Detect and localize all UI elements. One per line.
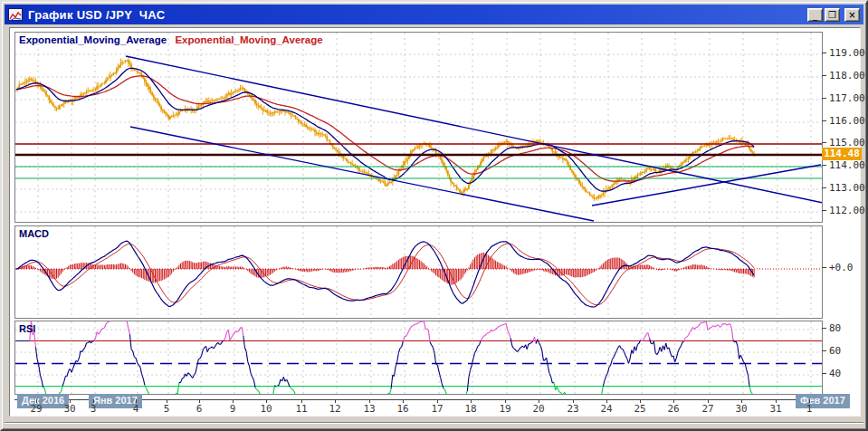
rsi-line-segment bbox=[751, 392, 753, 394]
close-button[interactable]: × bbox=[844, 8, 860, 22]
rsi-line-segment bbox=[104, 324, 106, 328]
minimize-button[interactable]: _ bbox=[807, 8, 823, 22]
rsi-line-segment bbox=[551, 377, 553, 383]
main-chart-plot[interactable] bbox=[15, 33, 822, 222]
rsi-label: RSI bbox=[19, 323, 35, 334]
rsi-line-segment bbox=[186, 373, 188, 377]
rsi-line-segment bbox=[198, 359, 200, 359]
rsi-line-segment bbox=[412, 325, 414, 326]
rsi-line-segment bbox=[499, 326, 501, 327]
rsi-line-segment bbox=[209, 348, 211, 349]
rsi-line-segment bbox=[416, 323, 418, 324]
macd-zero-label: +0.0 bbox=[829, 262, 854, 273]
chart-window: График USD /JPY ЧАС _ ❐ × Exponential_Mo… bbox=[0, 0, 868, 431]
rsi-line-segment bbox=[414, 324, 415, 325]
day-label: 24 bbox=[596, 403, 616, 415]
rsi-line-segment bbox=[207, 349, 209, 352]
rsi-line-segment bbox=[535, 337, 537, 343]
rsi-line-segment bbox=[727, 324, 729, 325]
rsi-line-segment bbox=[85, 343, 87, 348]
maximize-button[interactable]: ❐ bbox=[825, 8, 840, 22]
rsi-line-segment bbox=[736, 341, 738, 346]
rsi-line-segment bbox=[278, 385, 280, 386]
rsi-line-segment bbox=[616, 348, 618, 351]
rsi-line-segment bbox=[396, 362, 397, 367]
macd-histogram bbox=[16, 253, 754, 285]
rsi-line-segment bbox=[612, 358, 614, 360]
rsi-line-segment bbox=[418, 322, 420, 323]
rsi-line-segment bbox=[249, 366, 251, 373]
rsi-line-segment bbox=[78, 359, 80, 362]
indicator-label-ema-fast: Exponential_Moving_Average bbox=[19, 34, 167, 45]
rsi-line-segment bbox=[430, 342, 432, 346]
rsi-line-segment bbox=[138, 365, 140, 367]
day-label: 19 bbox=[495, 403, 515, 415]
price-tick-label: 112.00 bbox=[829, 205, 865, 216]
rsi-line-segment bbox=[83, 348, 85, 350]
rsi-line-segment bbox=[246, 351, 248, 361]
rsi-line-segment bbox=[607, 368, 609, 373]
rsi-line-segment bbox=[441, 378, 443, 384]
rsi-line-segment bbox=[397, 353, 399, 362]
rsi-line-segment bbox=[671, 353, 672, 357]
rsi-plot[interactable] bbox=[15, 321, 822, 394]
rsi-line-segment bbox=[445, 389, 447, 394]
rsi-line-segment bbox=[650, 339, 652, 343]
rsi-line-segment bbox=[188, 373, 190, 374]
rsi-line-segment bbox=[706, 321, 708, 330]
rsi-line-segment bbox=[427, 329, 429, 330]
day-label: 23 bbox=[563, 403, 583, 415]
rsi-line-segment bbox=[73, 364, 75, 369]
rsi-line-segment bbox=[494, 330, 496, 330]
rsi-line-segment bbox=[747, 370, 749, 376]
title-bar[interactable]: График USD /JPY ЧАС _ ❐ × bbox=[5, 5, 863, 24]
rsi-line-segment bbox=[611, 359, 613, 365]
rsi-line-segment bbox=[283, 377, 285, 381]
rsi-panel[interactable]: RSI bbox=[14, 321, 823, 395]
rsi-line-segment bbox=[258, 390, 260, 393]
rsi-line-segment bbox=[510, 334, 511, 339]
main-chart-panel[interactable]: Exponential_Moving_Average Exponential_M… bbox=[14, 32, 823, 223]
rsi-line-segment bbox=[469, 370, 471, 378]
rsi-line-segment bbox=[629, 359, 631, 363]
rsi-line-segment bbox=[512, 346, 514, 349]
rsi-line-segment bbox=[251, 373, 253, 377]
rsi-line-segment bbox=[177, 382, 179, 394]
rsi-line-segment bbox=[749, 387, 751, 392]
rsi-line-segment bbox=[730, 324, 732, 329]
day-label: 4 bbox=[126, 403, 146, 415]
rsi-line-segment bbox=[654, 341, 656, 353]
rsi-line-segment bbox=[605, 376, 606, 379]
rsi-line-segment bbox=[290, 387, 291, 388]
rsi-line-segment bbox=[701, 322, 702, 323]
rsi-line-segment bbox=[245, 348, 247, 351]
main-grid bbox=[15, 33, 822, 222]
rsi-line-segment bbox=[609, 365, 611, 367]
rsi-line-segment bbox=[136, 358, 138, 363]
rsi-line-segment bbox=[662, 346, 663, 352]
rsi-line-segment bbox=[62, 386, 63, 391]
rsi-line-segment bbox=[99, 333, 100, 335]
rsi-line-segment bbox=[487, 333, 489, 334]
rsi-line-segment bbox=[140, 367, 142, 374]
rsi-line-segment bbox=[127, 321, 129, 329]
rsi-line-segment bbox=[147, 388, 148, 392]
rsi-line-segment bbox=[260, 393, 262, 394]
rsi-tick-label: 80 bbox=[829, 322, 841, 334]
rsi-line-segment bbox=[491, 330, 493, 331]
macd-panel[interactable]: MACD bbox=[14, 225, 823, 319]
rsi-line-segment bbox=[478, 345, 480, 347]
rsi-line-segment bbox=[434, 353, 436, 364]
rsi-line-segment bbox=[633, 347, 634, 354]
rsi-line-segment bbox=[43, 388, 45, 388]
rsi-line-segment bbox=[697, 326, 699, 328]
axis-tick bbox=[822, 350, 826, 351]
macd-plot[interactable] bbox=[15, 226, 822, 318]
rsi-line-segment bbox=[279, 379, 281, 385]
rsi-line-segment bbox=[402, 341, 404, 347]
rsi-line-segment bbox=[218, 342, 220, 344]
rsi-line-segment bbox=[680, 347, 682, 349]
rsi-line-segment bbox=[482, 336, 484, 339]
rsi-line-segment bbox=[669, 348, 671, 353]
axis-tick bbox=[822, 165, 826, 166]
